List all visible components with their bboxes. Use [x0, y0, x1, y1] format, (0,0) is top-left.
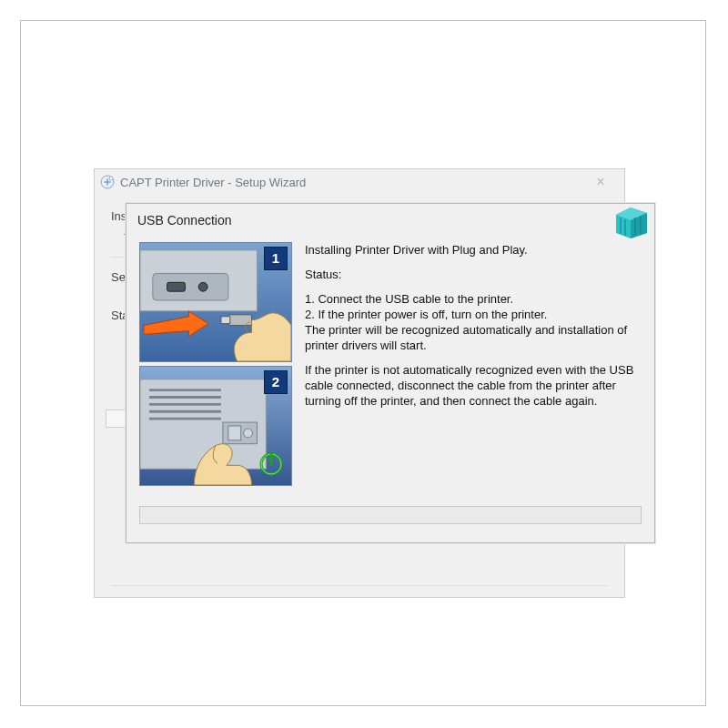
usb-connection-dialog: USB Connection [126, 203, 655, 543]
divider [111, 585, 608, 586]
status-auto-line: The printer will be recognized automatic… [305, 322, 642, 353]
status-label: Status: [305, 267, 642, 282]
status-step-2: 2. If the printer power is off, turn on … [305, 307, 642, 322]
illustration-step-1: 1 [139, 242, 292, 362]
titlebar: CAPT Printer Driver - Setup Wizard × [95, 169, 624, 195]
step-badge-1: 1 [264, 247, 288, 270]
illustration-column: 1 [139, 242, 292, 486]
dialog-header: USB Connection [126, 204, 654, 238]
window-title: CAPT Printer Driver - Setup Wizard [120, 176, 306, 189]
wizard-cube-icon [611, 204, 651, 238]
svg-rect-15 [228, 315, 252, 326]
svg-rect-12 [167, 282, 186, 291]
step-badge-2: 2 [264, 370, 288, 394]
svg-point-13 [198, 282, 207, 291]
dialog-content: 1 [126, 238, 654, 486]
svg-rect-16 [221, 317, 230, 324]
dialog-title: USB Connection [137, 213, 232, 228]
power-icon [258, 451, 284, 480]
progress-bar [139, 506, 642, 524]
page-frame: CAPT Printer Driver - Setup Wizard × Ins… [20, 20, 706, 706]
svg-point-1 [109, 177, 113, 180]
illustration-step-2: 2 [139, 366, 292, 486]
svg-rect-25 [228, 426, 241, 440]
heading-text: Installing Printer Driver with Plug and … [305, 242, 642, 258]
app-icon [100, 175, 115, 189]
close-button[interactable]: × [582, 171, 619, 193]
troubleshoot-text: If the printer is not automatically reco… [305, 362, 642, 409]
status-steps: 1. Connect the USB cable to the printer.… [305, 291, 642, 353]
instruction-text: Installing Printer Driver with Plug and … [305, 242, 642, 486]
svg-point-26 [244, 429, 253, 438]
status-step-1: 1. Connect the USB cable to the printer. [305, 291, 642, 307]
svg-rect-11 [153, 273, 228, 300]
